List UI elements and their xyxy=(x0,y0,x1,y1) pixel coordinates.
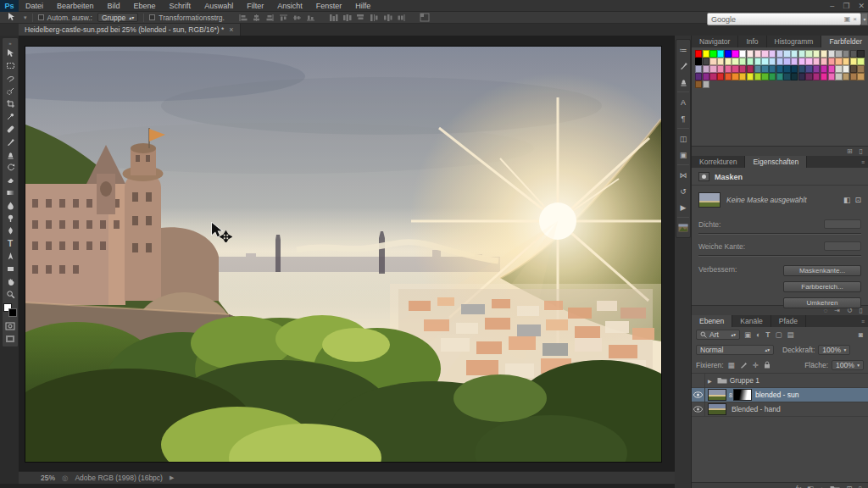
color-swatches-control[interactable] xyxy=(3,303,17,317)
quick-mask-button[interactable] xyxy=(3,319,18,332)
color-swatch[interactable] xyxy=(695,73,702,80)
color-swatch[interactable] xyxy=(843,50,849,58)
color-swatch[interactable] xyxy=(798,73,805,80)
color-swatch[interactable] xyxy=(813,58,820,65)
color-swatch[interactable] xyxy=(798,65,805,73)
color-swatch[interactable] xyxy=(761,65,768,73)
color-swatch[interactable] xyxy=(747,50,754,58)
lasso-tool[interactable] xyxy=(3,72,18,85)
color-swatch[interactable] xyxy=(695,58,702,65)
lock-position-icon[interactable]: ✛ xyxy=(752,361,760,369)
color-swatch[interactable] xyxy=(783,73,790,80)
color-swatch[interactable] xyxy=(709,50,716,58)
color-swatch[interactable] xyxy=(776,73,783,80)
opacity-dropdown[interactable]: 100% ▾ xyxy=(818,345,850,355)
color-swatch[interactable] xyxy=(739,73,746,80)
tab-korrekturen[interactable]: Korrekturen xyxy=(692,156,745,168)
layer-thumbnail[interactable] xyxy=(708,403,726,415)
color-swatch[interactable] xyxy=(747,58,754,65)
color-swatch[interactable] xyxy=(857,65,864,73)
menu-item-schrift[interactable]: Schrift xyxy=(163,2,198,10)
color-swatch[interactable] xyxy=(747,73,754,80)
add-mask-icon[interactable]: ◧ xyxy=(807,485,814,488)
brush-panel-icon[interactable] xyxy=(676,58,690,74)
delete-layer-icon[interactable]: ▯ xyxy=(858,485,862,488)
color-swatch[interactable] xyxy=(739,58,746,65)
marquee-tool[interactable] xyxy=(3,59,18,72)
brush-tool[interactable] xyxy=(3,136,18,148)
color-swatch[interactable] xyxy=(732,65,738,73)
color-swatch[interactable] xyxy=(791,50,798,58)
color-swatch[interactable] xyxy=(754,73,761,80)
history-panel-icon[interactable]: ↺ xyxy=(676,183,690,199)
color-swatch[interactable] xyxy=(776,50,783,58)
search-settings-icon[interactable]: ▣ xyxy=(844,15,851,23)
color-swatch[interactable] xyxy=(783,65,790,73)
menu-item-datei[interactable]: Datei xyxy=(19,2,50,10)
layer-comps-panel-icon[interactable]: ▣ xyxy=(676,147,690,163)
menu-item-bearbeiten[interactable]: Bearbeiten xyxy=(50,2,101,10)
color-swatch[interactable] xyxy=(821,65,827,73)
color-swatch[interactable] xyxy=(709,73,716,80)
shape-tool[interactable] xyxy=(3,263,18,275)
color-swatch[interactable] xyxy=(805,58,812,65)
color-swatch[interactable] xyxy=(813,50,820,58)
color-swatch[interactable] xyxy=(857,73,864,80)
status-flyout-icon[interactable]: ▶ xyxy=(170,474,174,481)
toolbar-collapse-icon[interactable]: » xyxy=(3,40,18,47)
color-swatch[interactable] xyxy=(703,58,709,65)
color-swatch[interactable] xyxy=(791,73,798,80)
color-swatch[interactable] xyxy=(850,50,857,58)
color-swatch[interactable] xyxy=(717,73,724,80)
clone-source-panel-icon[interactable] xyxy=(676,74,690,90)
invert-button[interactable]: Umkehren xyxy=(783,297,861,308)
color-swatch[interactable] xyxy=(791,58,798,65)
color-swatch[interactable] xyxy=(798,58,805,65)
color-swatch[interactable] xyxy=(703,65,709,73)
color-swatch[interactable] xyxy=(695,50,702,58)
search-clear-icon[interactable]: × xyxy=(853,15,857,23)
timeline-panel-icon[interactable]: ⋈ xyxy=(676,167,690,183)
menu-item-ansicht[interactable]: Ansicht xyxy=(270,2,309,10)
color-swatch[interactable] xyxy=(813,73,820,80)
color-swatch[interactable] xyxy=(769,65,776,73)
mask-link-icon[interactable]: 8 xyxy=(729,392,732,398)
color-swatch[interactable] xyxy=(717,50,724,58)
screen-mode-button[interactable] xyxy=(3,332,18,345)
actions-panel-icon[interactable]: ▶ xyxy=(676,199,690,215)
minimize-icon[interactable]: – xyxy=(830,2,834,10)
color-swatch[interactable] xyxy=(821,50,827,58)
tool-preset-arrow-icon[interactable]: ▾ xyxy=(24,14,27,21)
healing-brush-tool[interactable] xyxy=(3,123,18,136)
color-swatch[interactable] xyxy=(835,65,842,73)
blend-mode-dropdown[interactable]: Normal ▴▾ xyxy=(696,345,774,355)
clone-stamp-tool[interactable] xyxy=(3,148,18,161)
color-swatch[interactable] xyxy=(769,58,776,65)
color-swatch[interactable] xyxy=(805,50,812,58)
color-swatch[interactable] xyxy=(725,58,732,65)
tab-navigator[interactable]: Navigator xyxy=(692,36,738,47)
path-selection-tool[interactable] xyxy=(3,250,18,263)
color-swatch[interactable] xyxy=(805,73,812,80)
color-swatch[interactable] xyxy=(761,50,768,58)
gradient-tool[interactable] xyxy=(3,186,18,199)
color-swatch[interactable] xyxy=(776,58,783,65)
paragraph-panel-icon[interactable]: ¶ xyxy=(676,110,690,126)
color-swatch[interactable] xyxy=(843,73,849,80)
delete-swatch-icon[interactable]: ▯ xyxy=(860,147,863,155)
panel-menu-icon[interactable]: ≡ xyxy=(861,156,868,168)
dodge-tool[interactable] xyxy=(3,212,18,225)
tab-close-icon[interactable]: × xyxy=(229,25,233,34)
color-swatch[interactable] xyxy=(850,73,857,80)
add-vector-mask-icon[interactable]: ⊡ xyxy=(854,196,861,204)
color-swatch[interactable] xyxy=(703,50,709,58)
layer-thumbnail[interactable] xyxy=(708,389,726,401)
color-swatch[interactable] xyxy=(850,58,857,65)
color-swatch[interactable] xyxy=(695,80,702,88)
eyedropper-tool[interactable] xyxy=(3,110,18,123)
panel-menu-icon[interactable]: ≡ xyxy=(861,315,868,327)
transform-controls-checkbox[interactable] xyxy=(149,14,155,20)
zoom-tool[interactable] xyxy=(3,288,18,301)
layer-mask-thumbnail[interactable] xyxy=(733,389,752,401)
lock-pixels-icon[interactable] xyxy=(739,361,748,370)
